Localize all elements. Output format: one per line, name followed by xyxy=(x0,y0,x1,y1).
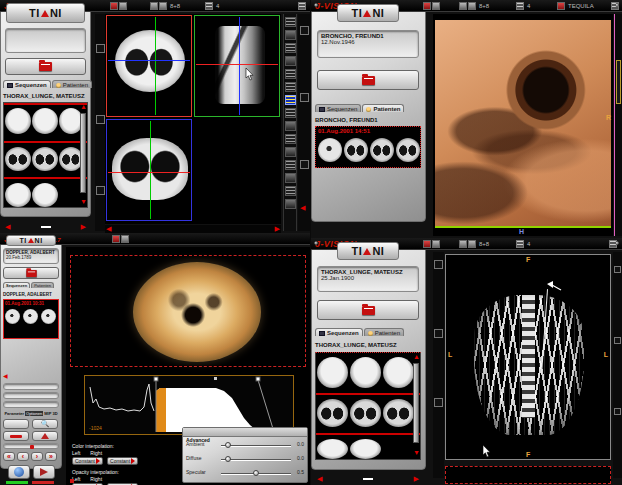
tool-icon[interactable] xyxy=(285,121,296,131)
tool-icon[interactable] xyxy=(285,17,296,27)
nav-first-button[interactable]: « xyxy=(3,452,15,461)
scroll-up-icon[interactable]: ▲ xyxy=(80,103,87,110)
ct-thumbnail[interactable] xyxy=(5,183,31,207)
scroll-down-icon[interactable]: ▼ xyxy=(413,449,420,456)
viewport-ribcage-3d[interactable]: F L L F xyxy=(445,254,611,460)
ct-thumbnail[interactable] xyxy=(350,399,381,427)
ct-thumbnail[interactable] xyxy=(5,309,20,324)
layout-pair-icon[interactable] xyxy=(110,2,118,10)
page-right-icon[interactable]: ▶ xyxy=(81,223,86,230)
tool-icon[interactable] xyxy=(285,199,296,209)
layout-grid-icon[interactable] xyxy=(459,240,467,248)
tab-sequences[interactable]: Sequenzen xyxy=(315,104,361,112)
layout-pair-icon[interactable] xyxy=(119,2,127,10)
menu-icon[interactable] xyxy=(298,2,306,10)
ct-thumbnail[interactable] xyxy=(5,108,31,134)
ct-thumbnail[interactable] xyxy=(41,309,56,324)
tool-icon[interactable] xyxy=(285,160,296,170)
slider-knob[interactable] xyxy=(253,470,259,476)
tab-patients[interactable]: Patienten xyxy=(52,80,92,88)
tool-icon[interactable] xyxy=(285,56,296,66)
ct-thumbnail[interactable] xyxy=(23,309,38,324)
viewport-sagittal[interactable] xyxy=(194,15,280,117)
color-left-constant-button[interactable]: Constant xyxy=(72,457,103,465)
zoom-button[interactable]: 🔍 xyxy=(32,419,58,429)
crosshair-axial-line[interactable] xyxy=(239,17,240,115)
series-scroll-left-icon[interactable]: ◀ xyxy=(106,225,111,232)
tool-icon[interactable] xyxy=(285,30,296,40)
viewport-axial[interactable] xyxy=(106,15,192,117)
layout-pair-icon[interactable] xyxy=(112,235,120,243)
ct-thumbnail[interactable] xyxy=(383,357,414,388)
ct-thumbnail[interactable] xyxy=(318,138,342,162)
viewport-empty[interactable] xyxy=(194,119,280,221)
arrow-annotation-icon[interactable] xyxy=(546,281,562,292)
viewport-skull-3d[interactable] xyxy=(70,255,306,367)
layout-pair-icon[interactable] xyxy=(432,2,440,10)
crosshair-sagittal-line[interactable] xyxy=(150,121,151,219)
ct-thumbnail[interactable] xyxy=(317,439,348,459)
scroll-handle[interactable] xyxy=(616,60,621,104)
layout-pair-icon[interactable] xyxy=(432,240,440,248)
layout-grid-icon[interactable] xyxy=(150,2,158,10)
crosshair-axial-line[interactable] xyxy=(108,172,190,173)
ct-thumbnail[interactable] xyxy=(317,357,348,388)
viewport-bronchoscopy[interactable]: R H xyxy=(433,14,613,236)
scroll-down-icon[interactable]: ▼ xyxy=(80,198,87,205)
render-mode-button[interactable] xyxy=(32,431,58,441)
ct-thumbnail[interactable] xyxy=(344,138,368,162)
slider-track[interactable] xyxy=(221,459,291,460)
window-button[interactable] xyxy=(3,431,29,441)
layout-grid-icon[interactable] xyxy=(468,240,476,248)
crosshair-coronal-line[interactable] xyxy=(196,64,278,65)
color-right-constant-button[interactable]: Constant xyxy=(107,457,138,465)
ct-thumbnail[interactable] xyxy=(370,138,394,162)
thumbnail-scrollbar[interactable] xyxy=(80,113,86,193)
range-row[interactable] xyxy=(3,392,59,399)
ct-thumbnail[interactable] xyxy=(5,147,31,171)
viewport-coronal[interactable] xyxy=(106,119,192,221)
scroll-thumb[interactable] xyxy=(363,478,373,480)
load-study-button[interactable] xyxy=(317,70,419,90)
tab-sequences[interactable]: Sequenzen xyxy=(315,328,363,336)
load-study-button[interactable] xyxy=(317,300,419,320)
layout-pair-icon[interactable] xyxy=(423,240,431,248)
range-row[interactable] xyxy=(3,401,59,408)
viewport-row2[interactable] xyxy=(445,466,611,484)
ct-thumbnail[interactable] xyxy=(396,138,420,162)
tool-icon[interactable] xyxy=(285,186,296,196)
slider-track[interactable] xyxy=(221,445,291,446)
tool-icon[interactable] xyxy=(285,134,296,144)
tool-icon[interactable] xyxy=(285,108,296,118)
view-3d-button[interactable] xyxy=(8,465,30,479)
histogram-panel[interactable]: -1024 xyxy=(84,375,294,435)
tab-patients[interactable]: Patienten xyxy=(364,328,404,336)
tab-patients[interactable]: Patienten xyxy=(31,282,54,288)
page-left-icon[interactable]: ◀ xyxy=(3,373,8,380)
layout-grid-icon[interactable] xyxy=(459,2,467,10)
scroll-left-icon[interactable]: ◀ xyxy=(300,204,305,211)
section-tab-active[interactable]: Optionen xyxy=(25,411,43,416)
pointer-tool-button[interactable] xyxy=(33,465,55,479)
nav-prev-button[interactable]: ‹ xyxy=(17,452,29,461)
tool-icon[interactable] xyxy=(285,82,296,92)
ct-thumbnail[interactable] xyxy=(350,357,381,388)
layout-rows-icon[interactable] xyxy=(516,240,524,248)
tool-icon-mpr-active[interactable] xyxy=(285,95,296,105)
crosshair-sagittal-line[interactable] xyxy=(155,17,156,115)
preset-icon[interactable] xyxy=(557,2,565,10)
study-selection[interactable]: 01.Aug.2001 10:31 xyxy=(3,299,59,339)
tool-icon[interactable] xyxy=(285,173,296,183)
crosshair-coronal-line[interactable] xyxy=(108,60,190,61)
page-left-icon[interactable]: ◀ xyxy=(317,475,322,482)
range-row[interactable] xyxy=(3,383,59,390)
page-right-icon[interactable]: ▶ xyxy=(414,475,419,482)
nav-last-button[interactable]: » xyxy=(45,452,57,461)
nav-next-button[interactable]: › xyxy=(31,452,43,461)
ct-thumbnail[interactable] xyxy=(317,399,348,427)
ct-thumbnail[interactable] xyxy=(383,399,414,427)
tool-button[interactable] xyxy=(3,419,29,429)
tab-sequences[interactable]: Sequenzen xyxy=(3,80,51,88)
ct-thumbnail[interactable] xyxy=(32,147,58,171)
page-left-icon[interactable]: ◀ xyxy=(5,223,10,230)
